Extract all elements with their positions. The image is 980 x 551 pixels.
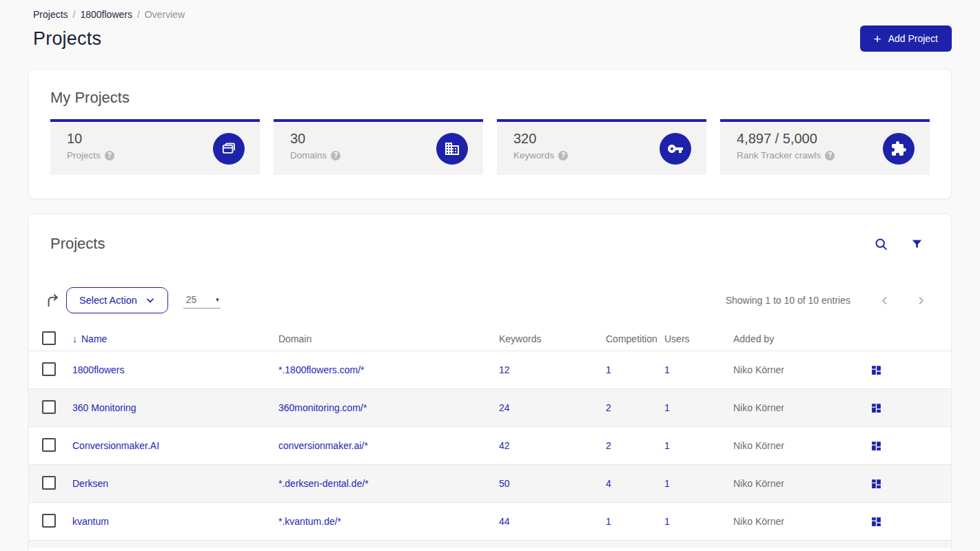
- dashboard-icon[interactable]: [870, 516, 882, 528]
- table-row-partial: [29, 540, 951, 548]
- column-header-users[interactable]: Users: [664, 333, 733, 344]
- keywords-count-link[interactable]: 24: [499, 402, 510, 413]
- stat-card-domains[interactable]: 30 Domains ?: [274, 119, 483, 175]
- stat-card-rank-tracker[interactable]: 4,897 / 5,000 Rank Tracker crawls ?: [720, 119, 930, 175]
- table-header-row: ↓ Name Domain Keywords Competition Users…: [29, 327, 951, 351]
- add-project-button[interactable]: + Add Project: [860, 25, 952, 52]
- select-action-dropdown[interactable]: Select Action: [66, 287, 168, 313]
- users-count-link[interactable]: 1: [664, 516, 670, 527]
- project-domain-link[interactable]: 360monitoring.com/*: [278, 402, 367, 413]
- project-domain-link[interactable]: *.derksen-dental.de/*: [278, 478, 369, 489]
- dashboard-icon[interactable]: [870, 364, 882, 376]
- table-row: kvantum *.kvantum.de/* 44 1 1 Niko Körne…: [29, 502, 951, 540]
- keywords-label: Keywords: [513, 150, 554, 160]
- row-checkbox[interactable]: [42, 514, 56, 528]
- stat-card-keywords[interactable]: 320 Keywords ?: [497, 119, 706, 175]
- added-by-value: Niko Körner: [733, 440, 870, 451]
- users-count-link[interactable]: 1: [664, 440, 670, 451]
- stats-row: 10 Projects ? 30 Domains ?: [50, 119, 930, 175]
- project-name-link[interactable]: kvantum: [72, 516, 109, 527]
- page: Projects / 1800flowers / Overview Projec…: [0, 0, 980, 551]
- users-count-link[interactable]: 1: [664, 478, 670, 489]
- folder-copy-icon: [213, 133, 245, 165]
- breadcrumb-current: Overview: [145, 9, 185, 20]
- users-count-link[interactable]: 1: [664, 364, 670, 375]
- breadcrumb: Projects / 1800flowers / Overview: [33, 9, 952, 20]
- puzzle-icon: [883, 133, 915, 165]
- search-icon[interactable]: [874, 237, 888, 251]
- page-header: Projects / 1800flowers / Overview Projec…: [0, 0, 980, 52]
- stat-card-projects[interactable]: 10 Projects ?: [50, 119, 260, 175]
- table-row: 1800flowers *.1800flowers.com/* 12 1 1 N…: [29, 351, 951, 388]
- row-checkbox[interactable]: [42, 362, 56, 376]
- project-domain-link[interactable]: *.1800flowers.com/*: [278, 364, 365, 375]
- page-size-select[interactable]: 25 ▾: [183, 293, 221, 309]
- row-checkbox[interactable]: [42, 438, 56, 452]
- added-by-value: Niko Körner: [733, 364, 870, 375]
- competition-count-link[interactable]: 2: [606, 440, 611, 451]
- building-icon: [436, 133, 468, 165]
- help-icon[interactable]: ?: [558, 151, 568, 160]
- added-by-value: Niko Körner: [733, 516, 870, 527]
- projects-table: ↓ Name Domain Keywords Competition Users…: [29, 327, 951, 548]
- competition-count-link[interactable]: 2: [606, 402, 611, 413]
- breadcrumb-project-name[interactable]: 1800flowers: [80, 9, 132, 20]
- column-header-keywords[interactable]: Keywords: [499, 333, 606, 344]
- help-icon[interactable]: ?: [105, 151, 114, 160]
- breadcrumb-projects[interactable]: Projects: [33, 9, 68, 20]
- select-action-label: Select Action: [79, 295, 137, 306]
- plus-icon: +: [874, 32, 881, 45]
- domains-label: Domains: [290, 150, 327, 160]
- project-name-link[interactable]: 360 Monitoring: [72, 402, 136, 413]
- page-title: Projects: [33, 28, 101, 50]
- competition-count-link[interactable]: 1: [606, 364, 611, 375]
- column-header-domain[interactable]: Domain: [278, 333, 499, 344]
- breadcrumb-separator: /: [73, 9, 76, 20]
- dashboard-icon[interactable]: [870, 440, 882, 452]
- key-icon: [660, 133, 691, 165]
- keywords-count-link[interactable]: 12: [499, 364, 510, 375]
- next-page-icon[interactable]: [916, 295, 926, 306]
- column-header-added-by[interactable]: Added by: [733, 333, 870, 344]
- column-header-competition[interactable]: Competition: [606, 333, 664, 344]
- rank-tracker-label: Rank Tracker crawls: [737, 150, 821, 160]
- sort-down-icon: ↓: [72, 333, 77, 344]
- my-projects-card: My Projects 10 Projects ? 30: [28, 69, 952, 199]
- users-count-link[interactable]: 1: [664, 402, 670, 413]
- select-all-checkbox[interactable]: [42, 331, 56, 345]
- column-header-name[interactable]: ↓ Name: [72, 333, 278, 344]
- chevron-down-icon: [145, 295, 155, 305]
- project-name-link[interactable]: 1800flowers: [72, 364, 125, 375]
- projects-label: Projects: [67, 150, 101, 160]
- project-domain-link[interactable]: conversionmaker.ai/*: [278, 440, 368, 451]
- previous-page-icon[interactable]: [879, 295, 890, 306]
- added-by-value: Niko Körner: [733, 478, 870, 489]
- page-size-value: 25: [186, 294, 197, 305]
- dashboard-icon[interactable]: [870, 478, 882, 490]
- project-name-link[interactable]: Conversionmaker.AI: [72, 440, 159, 451]
- projects-table-card: Projects: [28, 214, 952, 551]
- breadcrumb-separator: /: [137, 9, 140, 20]
- competition-count-link[interactable]: 1: [606, 516, 611, 527]
- help-icon[interactable]: ?: [825, 151, 835, 160]
- help-icon[interactable]: ?: [331, 151, 340, 160]
- project-domain-link[interactable]: *.kvantum.de/*: [278, 516, 341, 527]
- keywords-count-link[interactable]: 44: [499, 516, 510, 527]
- keywords-count-link[interactable]: 42: [499, 440, 510, 451]
- showing-entries-text: Showing 1 to 10 of 10 entries: [726, 295, 850, 306]
- row-checkbox[interactable]: [42, 476, 56, 490]
- forward-arrow-icon[interactable]: [45, 293, 61, 308]
- project-name-link[interactable]: Derksen: [72, 478, 108, 489]
- filter-icon[interactable]: [910, 238, 923, 251]
- projects-table-title: Projects: [50, 235, 105, 253]
- keywords-count-link[interactable]: 50: [499, 478, 510, 489]
- table-toolbar: Select Action 25 ▾ Showing 1 to 10 of 10…: [29, 287, 951, 313]
- table-row: Conversionmaker.AI conversionmaker.ai/* …: [29, 426, 951, 464]
- competition-count-link[interactable]: 4: [606, 478, 611, 489]
- dashboard-icon[interactable]: [870, 402, 882, 414]
- table-row: Derksen *.derksen-dental.de/* 50 4 1 Nik…: [29, 464, 951, 502]
- row-checkbox[interactable]: [42, 400, 56, 414]
- added-by-value: Niko Körner: [733, 402, 870, 413]
- my-projects-title: My Projects: [50, 89, 930, 107]
- dropdown-triangle-icon: ▾: [216, 296, 219, 303]
